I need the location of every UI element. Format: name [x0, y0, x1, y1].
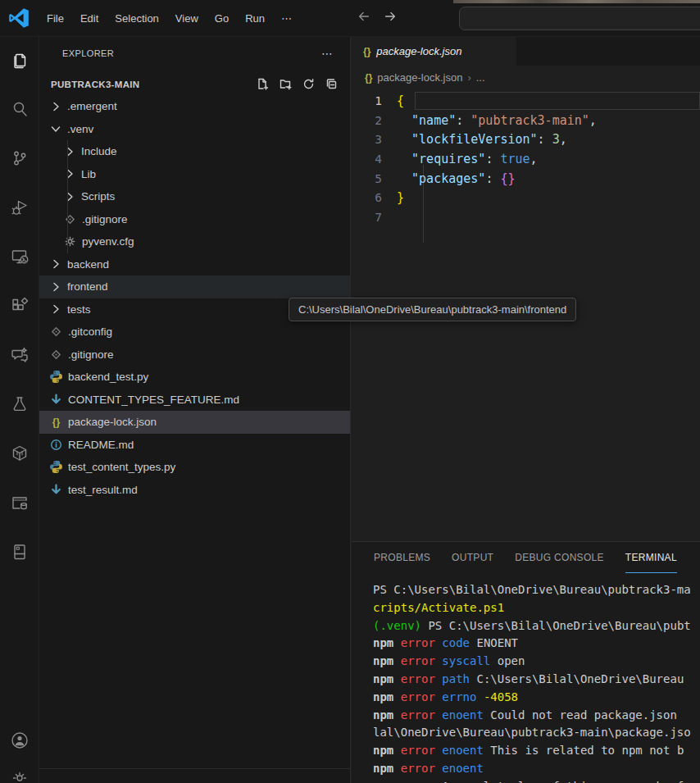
activity-settings-gear[interactable]: [0, 760, 39, 783]
code-line[interactable]: 7: [352, 207, 700, 227]
activity-testing-icon[interactable]: [0, 385, 39, 424]
vscode-logo-icon: [8, 7, 30, 29]
tree-item-include[interactable]: Include: [39, 140, 350, 163]
tree-item-label: test_result.md: [68, 484, 138, 496]
explorer-sidebar: EXPLORER ⋯ PUBTRACK3-MAIN .emergent.venv…: [39, 37, 351, 783]
navigate-forward-icon[interactable]: [383, 9, 398, 27]
activity-run-debug-icon[interactable]: [0, 188, 39, 227]
menu-file[interactable]: File: [39, 8, 72, 29]
tree-item-test-result-md[interactable]: test_result.md: [39, 479, 350, 502]
chevron-right-icon: [49, 280, 62, 294]
tree-item-gitconfig[interactable]: .gitconfig: [39, 321, 350, 344]
new-folder-button[interactable]: [279, 77, 293, 91]
terminal-line: npm error enoent Could not read package.…: [352, 708, 700, 726]
menu-edit[interactable]: Edit: [72, 8, 107, 29]
terminal-line: npm error errno -4058: [352, 690, 700, 708]
tree-item-readme-md[interactable]: README.md: [39, 434, 350, 457]
collapse-all-button[interactable]: [325, 77, 339, 91]
git-file-icon: [63, 212, 77, 226]
git-file-icon: [49, 348, 63, 362]
chevron-right-icon: [63, 190, 76, 203]
navigate-back-icon[interactable]: [357, 9, 371, 27]
menu-bar: FileEditSelectionViewGoRun: [39, 8, 273, 29]
menu-run[interactable]: Run: [237, 8, 273, 29]
code-line[interactable]: 2 "name": "pubtrack3-main",: [352, 111, 700, 130]
code-line[interactable]: 5 "packages": {}: [352, 169, 700, 189]
breadcrumb-file[interactable]: package-lock.json: [377, 71, 462, 84]
breadcrumb-symbol[interactable]: ...: [476, 71, 485, 84]
activity-device-icon[interactable]: [0, 532, 39, 571]
tree-item-label: CONTENT_TYPES_FEATURE.md: [68, 394, 239, 406]
tree-item-content-types-feature-md[interactable]: CONTENT_TYPES_FEATURE.md: [39, 389, 350, 412]
code-line[interactable]: 4 "requires": true,: [352, 149, 700, 169]
code-line[interactable]: 6}: [352, 188, 700, 207]
activity-account[interactable]: [0, 721, 39, 760]
tree-item-lib[interactable]: Lib: [39, 163, 350, 186]
tree-item-gitignore[interactable]: .gitignore: [39, 208, 350, 231]
activity-search-icon[interactable]: [0, 89, 39, 129]
code-text: {: [397, 93, 404, 108]
code-line[interactable]: 3 "lockfileVersion": 3,: [352, 130, 700, 149]
code-text: "lockfileVersion": 3,: [397, 132, 567, 147]
markdown-file-icon: [49, 393, 63, 407]
tree-item-scripts[interactable]: Scripts: [39, 185, 350, 208]
tree-item-label: package-lock.json: [68, 416, 157, 428]
menu-go[interactable]: Go: [207, 8, 237, 29]
tree-item-backend-test-py[interactable]: backend_test.py: [39, 366, 350, 389]
search-input[interactable]: [460, 12, 700, 25]
panel-tab-problems[interactable]: PROBLEMS: [374, 542, 430, 573]
new-file-button[interactable]: [256, 77, 270, 91]
chevron-right-icon: [49, 303, 62, 316]
info-file-icon: [49, 438, 63, 452]
tree-item-label: .gitignore: [82, 213, 128, 225]
tree-item-frontend[interactable]: frontend: [39, 275, 350, 298]
activity-remote-explorer-icon[interactable]: [0, 237, 39, 276]
tab-package-lock-json[interactable]: {} package-lock.json: [352, 37, 516, 66]
code-editor[interactable]: 1{2 "name": "pubtrack3-main",3 "lockfile…: [352, 91, 700, 227]
tree-item-backend[interactable]: backend: [39, 253, 350, 276]
line-number: 1: [352, 94, 397, 107]
menu-more-button[interactable]: ⋯: [273, 8, 301, 29]
breadcrumb: {} package-lock.json › ...: [352, 66, 700, 89]
terminal-line: npm error syscall open: [352, 654, 700, 672]
tree-item-label: README.md: [68, 439, 134, 451]
refresh-button[interactable]: [302, 77, 316, 91]
panel-tab-output[interactable]: OUTPUT: [452, 542, 493, 573]
tree-item-pyvenv-cfg[interactable]: pyvenv.cfg: [39, 230, 350, 253]
tree-item-venv[interactable]: .venv: [39, 118, 350, 141]
menu-view[interactable]: View: [167, 8, 207, 29]
outline-section[interactable]: OUTLINE: [39, 768, 350, 783]
activity-extensions-icon[interactable]: [0, 286, 39, 325]
command-center-search[interactable]: [459, 7, 700, 30]
terminal-output[interactable]: PS C:\Users\Bilal\OneDrive\Bureau\pubtra…: [352, 583, 700, 783]
tree-item-gitignore[interactable]: .gitignore: [39, 344, 350, 366]
panel-tab-debug-console[interactable]: DEBUG CONSOLE: [515, 542, 604, 573]
json-file-icon: {}: [363, 46, 370, 57]
activity-source-control-icon[interactable]: [0, 139, 39, 178]
line-number: 5: [352, 172, 397, 185]
tree-item-label: frontend: [67, 280, 108, 293]
folder-section-header[interactable]: PUBTRACK3-MAIN: [39, 73, 350, 95]
json-file-icon: {}: [365, 72, 372, 84]
tree-item-test-content-types-py[interactable]: test_content_types.py: [39, 456, 350, 479]
menu-selection[interactable]: Selection: [107, 8, 166, 29]
line-number: 4: [352, 153, 397, 166]
activity-containers-icon[interactable]: [0, 434, 39, 473]
tree-item-package-lock-json[interactable]: {}package-lock.json: [39, 411, 350, 434]
panel-tab-terminal[interactable]: TERMINAL: [625, 542, 677, 573]
line-number: 3: [352, 133, 397, 146]
code-line[interactable]: 1{: [352, 91, 700, 111]
activity-explorer-icon[interactable]: [0, 40, 39, 80]
explorer-actions: [256, 77, 339, 91]
tree-item-label: Scripts: [81, 190, 115, 203]
activity-chat-icon[interactable]: [0, 335, 39, 375]
activity-database-icon[interactable]: [0, 483, 39, 522]
tree-item-emergent[interactable]: .emergent: [39, 95, 350, 118]
chevron-right-icon: [63, 145, 76, 158]
tree-item-label: .gitconfig: [68, 325, 112, 338]
path-tooltip: C:\Users\Bilal\OneDrive\Bureau\pubtrack3…: [289, 298, 576, 321]
sidebar-more-button[interactable]: ⋯: [321, 47, 334, 60]
markdown-file-icon: [49, 483, 63, 497]
tree-item-label: test_content_types.py: [68, 461, 175, 473]
tree-item-label: pyvenv.cfg: [82, 235, 134, 248]
